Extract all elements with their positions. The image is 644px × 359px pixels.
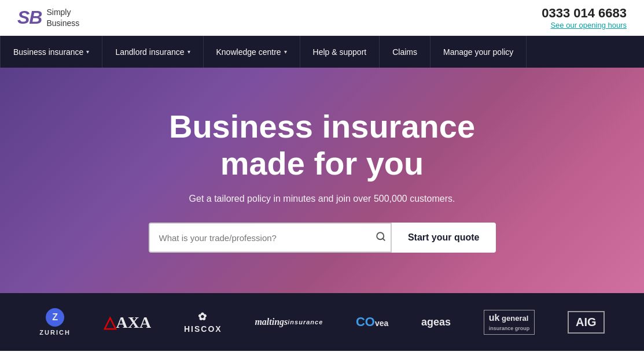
search-input[interactable]: [149, 223, 392, 253]
logo-text: Simply Business: [46, 7, 79, 28]
partner-axa: △AXA: [104, 313, 152, 332]
nav-claims[interactable]: Claims: [380, 36, 430, 68]
partner-hiscox: ✿ HISCOX: [184, 310, 222, 334]
search-bar: Start your quote: [149, 223, 496, 253]
nav-landlord-insurance[interactable]: Landlord insurance ▾: [102, 36, 203, 68]
chevron-down-icon: ▾: [284, 49, 287, 55]
nav-manage-policy[interactable]: Manage your policy: [430, 36, 527, 68]
svg-line-1: [382, 239, 384, 240]
contact-area: 0333 014 6683 See our opening hours: [542, 6, 627, 29]
nav-help-support[interactable]: Help & support: [300, 36, 380, 68]
partner-covea: COvea: [356, 314, 388, 330]
main-nav: Business insurance ▾ Landlord insurance …: [0, 36, 644, 68]
hero-section: Business insurance made for you Get a ta…: [0, 68, 644, 293]
partner-ukgeneral: uk general insurance group: [484, 310, 535, 335]
search-icon: [376, 231, 386, 242]
partner-maltings: maltings insurance: [255, 317, 323, 327]
partner-ageas: ageas: [421, 316, 451, 328]
zurich-label: ZURICH: [39, 329, 71, 336]
partner-zurich: Z ZURICH: [39, 308, 71, 336]
nav-knowledge-centre[interactable]: Knowledge centre ▾: [204, 36, 300, 68]
chevron-down-icon: ▾: [187, 49, 190, 55]
zurich-z-icon: Z: [46, 308, 64, 327]
hiscox-icon: ✿: [198, 310, 208, 323]
opening-hours-link[interactable]: See our opening hours: [542, 21, 627, 29]
partner-aig: AIG: [568, 311, 605, 334]
partners-bar: Z ZURICH △AXA ✿ HISCOX maltings insuranc…: [0, 293, 644, 351]
search-icon-button[interactable]: [376, 231, 386, 244]
header: SB Simply Business 0333 014 6683 See our…: [0, 0, 644, 36]
logo-area[interactable]: SB Simply Business: [17, 7, 79, 28]
start-quote-button[interactable]: Start your quote: [392, 223, 496, 253]
logo-sb-icon: SB: [17, 7, 42, 28]
hero-title: Business insurance made for you: [169, 108, 475, 183]
phone-number: 0333 014 6683: [542, 6, 627, 21]
nav-business-insurance[interactable]: Business insurance ▾: [0, 36, 102, 68]
hero-subtitle: Get a tailored policy in minutes and joi…: [189, 194, 455, 204]
search-input-wrap: [149, 223, 392, 253]
chevron-down-icon: ▾: [86, 49, 89, 55]
